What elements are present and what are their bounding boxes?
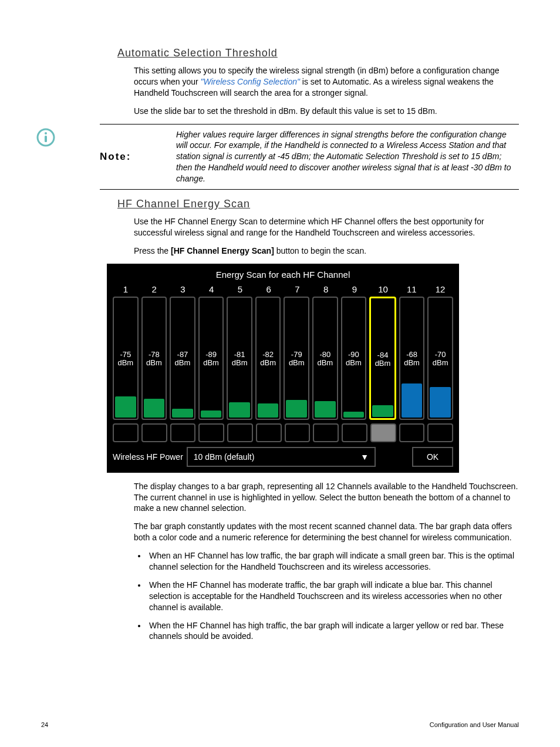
channel-header: 8	[313, 282, 339, 297]
channel-bar-fill	[372, 405, 393, 417]
channel-dbm-label: -68dBm	[400, 351, 424, 368]
para-bargraph-updates: The bar graph constantly updates with th…	[134, 521, 519, 543]
channel-header: 6	[256, 282, 282, 297]
channel-select-button[interactable]	[198, 423, 224, 442]
channel-header: 10	[370, 282, 396, 297]
channel-bar-cell: -90dBm	[341, 297, 367, 420]
svg-point-1	[45, 132, 47, 134]
info-icon	[36, 128, 55, 147]
para-auto-threshold-desc: This setting allows you to specify the w…	[134, 65, 519, 99]
para-display-changes: The display changes to a bar graph, repr…	[134, 481, 519, 514]
channel-dbm-label: -90dBm	[342, 351, 366, 368]
channel-dbm-label: -87dBm	[171, 351, 194, 368]
channel-bar-fill	[430, 387, 451, 418]
channel-select-button[interactable]	[113, 423, 139, 442]
channel-select-button[interactable]	[256, 423, 282, 442]
footer-title: Configuration and User Manual	[430, 721, 519, 728]
channel-bar-fill	[315, 401, 336, 418]
channel-bar-cell: -68dBm	[399, 297, 425, 420]
channel-bar-fill	[229, 402, 250, 418]
channel-select-button[interactable]	[170, 423, 196, 442]
para-auto-threshold-default: Use the slide bar to set the threshold i…	[134, 106, 519, 117]
note-body: Higher values require larger differences…	[176, 129, 519, 184]
channel-bar-fill	[402, 383, 423, 418]
channel-dbm-label: -70dBm	[429, 351, 452, 368]
scan-title: Energy Scan for each HF Channel	[113, 270, 453, 280]
hf-power-label: Wireless HF Power	[113, 452, 183, 462]
channel-bar-cell: -82dBm	[255, 297, 281, 420]
energy-scan-panel: Energy Scan for each HF Channel 12345678…	[107, 264, 459, 473]
text: Press the	[134, 246, 171, 255]
channel-select-button[interactable]	[141, 423, 167, 442]
channel-bar-cell: -89dBm	[198, 297, 224, 420]
bullet-high-traffic: When the HF Channel has high traffic, th…	[147, 620, 519, 642]
channel-bar-fill	[144, 399, 165, 418]
channel-header: 11	[399, 282, 425, 297]
channel-header: 5	[227, 282, 253, 297]
channel-bar-fill	[172, 409, 193, 418]
channel-dbm-label: -78dBm	[143, 351, 166, 368]
channel-header: 4	[198, 282, 224, 297]
dropdown-value: 10 dBm (default)	[194, 452, 255, 462]
heading-hf-channel-energy-scan: HF Channel Energy Scan	[117, 198, 519, 210]
channel-dbm-label: -82dBm	[257, 351, 280, 368]
hf-power-dropdown[interactable]: 10 dBm (default) ▼	[187, 447, 376, 467]
channel-bar-cell: -81dBm	[227, 297, 252, 420]
channel-header: 7	[285, 282, 311, 297]
channel-bar-cell: -70dBm	[427, 297, 453, 420]
bullet-moderate-traffic: When the HF Channel has moderate traffic…	[147, 580, 519, 613]
page-number: 24	[41, 721, 48, 728]
channel-bar-fill	[286, 400, 307, 418]
channel-select-button[interactable]	[342, 423, 367, 442]
channel-select-button[interactable]	[285, 423, 311, 442]
channel-dbm-label: -81dBm	[228, 351, 251, 368]
note-label: Note:	[100, 129, 176, 184]
link-wireless-config-selection[interactable]: "Wireless Config Selection"	[201, 77, 300, 86]
ok-button[interactable]: OK	[412, 447, 453, 467]
channel-bar-cell: -84dBm	[369, 297, 396, 420]
button-name-hf-scan: [HF Channel Energy Scan]	[171, 246, 274, 255]
text: button to begin the scan.	[274, 246, 366, 255]
channel-select-button[interactable]	[227, 423, 253, 442]
channel-header: 2	[141, 282, 167, 297]
svg-rect-2	[45, 136, 47, 142]
channel-bar-fill	[201, 410, 222, 418]
channel-bar-fill	[115, 396, 136, 418]
channel-select-button[interactable]	[313, 423, 339, 442]
channel-dbm-label: -80dBm	[313, 351, 337, 368]
heading-auto-selection-threshold: Automatic Selection Threshold	[117, 47, 519, 59]
channel-bar-cell: -75dBm	[113, 297, 139, 420]
channel-dbm-label: -79dBm	[285, 351, 308, 368]
channel-select-button[interactable]	[399, 423, 425, 442]
para-hf-scan-press: Press the [HF Channel Energy Scan] butto…	[134, 245, 519, 257]
channel-header: 3	[170, 282, 196, 297]
channel-header: 1	[113, 282, 139, 297]
chevron-down-icon: ▼	[360, 452, 369, 462]
bullet-low-traffic: When an HF Channel has low traffic, the …	[147, 550, 519, 573]
channel-select-button[interactable]	[370, 423, 396, 442]
channel-bar-fill	[343, 412, 365, 418]
channel-header: 9	[342, 282, 367, 297]
channel-dbm-label: -89dBm	[200, 351, 223, 368]
channel-bar-cell: -87dBm	[170, 297, 195, 420]
channel-bar-cell: -80dBm	[312, 297, 338, 420]
channel-select-button[interactable]	[427, 423, 453, 442]
channel-dbm-label: -75dBm	[114, 351, 137, 368]
channel-bar-fill	[258, 403, 279, 418]
channel-dbm-label: -84dBm	[371, 351, 394, 368]
channel-bar-cell: -78dBm	[141, 297, 167, 420]
channel-bar-cell: -79dBm	[284, 297, 309, 420]
channel-header: 12	[427, 282, 453, 297]
para-hf-scan-desc: Use the HF Channel Energy Scan to determ…	[134, 216, 519, 238]
